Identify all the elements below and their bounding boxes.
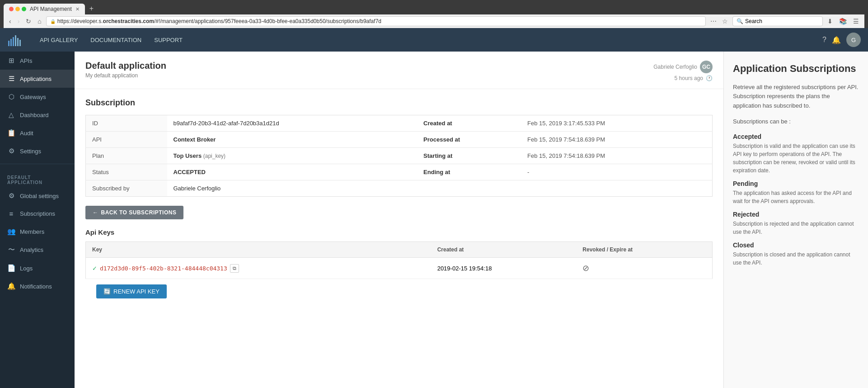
sidebar-item-gateways[interactable]: ⬡ Gateways bbox=[0, 88, 75, 106]
body-area: ⊞ APIs ☰ Applications ⬡ Gateways △ Dashb… bbox=[0, 52, 868, 388]
status-accepted-label: Accepted bbox=[733, 133, 859, 140]
app: API GALLERY DOCUMENTATION SUPPORT ? 🔔 G … bbox=[0, 28, 868, 388]
search-placeholder: Search bbox=[745, 18, 762, 24]
bookmark-icon[interactable]: ☆ bbox=[720, 17, 730, 26]
home-btn[interactable]: ⌂ bbox=[36, 17, 43, 26]
nav-documentation[interactable]: DOCUMENTATION bbox=[85, 34, 147, 46]
back-btn-label: BACK TO SUBSCRIPTIONS bbox=[101, 209, 177, 216]
nav-icons: ? 🔔 G bbox=[822, 33, 861, 47]
value-processed-at: Feb 15, 2019 7:54:18.639 PM bbox=[521, 132, 712, 148]
sidebar-item-dashboard[interactable]: △ Dashboard bbox=[0, 106, 75, 124]
renew-api-key-btn[interactable]: 🔄 RENEW API KEY bbox=[96, 284, 167, 298]
logs-icon: 📄 bbox=[7, 264, 15, 272]
status-rejected-label: Rejected bbox=[733, 211, 859, 218]
sidebar-item-applications[interactable]: ☰ Applications bbox=[0, 70, 75, 88]
panel-description: Retrieve all the registered subscription… bbox=[733, 83, 859, 111]
app-subtitle: My default application bbox=[85, 72, 166, 79]
sidebar-label-notifications: Notifications bbox=[20, 283, 52, 290]
panel-status-closed: Closed Subscription is closed and the ap… bbox=[733, 241, 859, 267]
reload-btn[interactable]: ↻ bbox=[24, 17, 33, 26]
panel-title: Application Subscriptions bbox=[733, 62, 859, 76]
label-ending-at: Ending at bbox=[417, 164, 521, 180]
check-icon: ✓ bbox=[92, 265, 97, 272]
sidebar-item-notifications[interactable]: 🔔 Notifications bbox=[0, 277, 75, 295]
label-api: API bbox=[86, 132, 167, 148]
back-nav-btn[interactable]: ‹ bbox=[7, 17, 13, 26]
global-settings-icon: ⚙ bbox=[7, 192, 15, 200]
sidebar-label-apis: APIs bbox=[20, 57, 32, 64]
sidebar-item-global-settings[interactable]: ⚙ Global settings bbox=[0, 187, 75, 205]
close-window-btn[interactable] bbox=[9, 7, 14, 11]
status-accepted-desc: Subscription is valid and the applicatio… bbox=[733, 142, 859, 175]
app-meta-time: 5 hours ago 🕐 bbox=[653, 75, 713, 81]
help-icon[interactable]: ? bbox=[822, 36, 826, 44]
sidebar-label-analytics: Analytics bbox=[20, 246, 43, 253]
value-ending-at: - bbox=[521, 164, 712, 180]
nav-api-gallery[interactable]: API GALLERY bbox=[34, 34, 83, 46]
browser-toolbar: ‹ › ↻ ⌂ 🔒 https://developer.s.orchestrac… bbox=[4, 14, 864, 28]
renew-btn-label: RENEW API KEY bbox=[113, 288, 160, 295]
sidebar-label-settings: Settings bbox=[20, 148, 41, 155]
table-row: ID b9afaf7d-20b3-41d2-afaf-7d20b3a1d21d … bbox=[86, 115, 713, 132]
sidebar-divider bbox=[0, 164, 75, 164]
panel-statuses-intro: Subscriptions can be : bbox=[733, 117, 859, 127]
app-meta-user: Gabriele Cerfoglio GC bbox=[653, 61, 713, 73]
sidebar-item-subscriptions[interactable]: ≡ Subscriptions bbox=[0, 205, 75, 222]
value-status: ACCEPTED bbox=[167, 164, 418, 180]
table-row: Status ACCEPTED Ending at - bbox=[86, 164, 713, 180]
extensions-icon[interactable]: ⋯ bbox=[708, 17, 718, 26]
key-cell: ✓ d172d3d0-89f5-402b-8321-484448c04313 ⧉ bbox=[86, 258, 431, 279]
library-icon[interactable]: 📚 bbox=[837, 17, 849, 26]
key-revoked: ⊘ bbox=[576, 258, 712, 279]
sidebar-item-members[interactable]: 👥 Members bbox=[0, 222, 75, 241]
panel-status-rejected: Rejected Subscription is rejected and th… bbox=[733, 211, 859, 236]
notifications-bell-icon[interactable]: 🔔 bbox=[832, 36, 841, 44]
table-header-row: Key Created at Revoked / Expire at bbox=[86, 242, 713, 258]
downloads-icon[interactable]: ⬇ bbox=[826, 17, 835, 26]
logo bbox=[7, 32, 23, 48]
tab-close-btn[interactable]: ✕ bbox=[75, 6, 80, 12]
label-starting-at: Starting at bbox=[417, 148, 521, 164]
sidebar-section-label: DEFAULT APPLICATION bbox=[0, 168, 75, 187]
new-tab-btn[interactable]: + bbox=[86, 3, 97, 14]
maximize-window-btn[interactable] bbox=[22, 7, 26, 11]
tab-traffic-lights[interactable] bbox=[9, 7, 26, 11]
empty-right-label bbox=[417, 180, 521, 197]
key-cell-inner: ✓ d172d3d0-89f5-402b-8321-484448c04313 ⧉ bbox=[92, 264, 425, 273]
tab-title: API Management bbox=[30, 6, 72, 12]
settings-icon: ⚙ bbox=[7, 147, 15, 155]
sidebar-item-analytics[interactable]: 〜 Analytics bbox=[0, 241, 75, 259]
user-avatar[interactable]: G bbox=[846, 33, 861, 47]
col-created-at: Created at bbox=[431, 242, 577, 258]
value-plan: Top Users (api_key) bbox=[167, 148, 418, 164]
sidebar-item-settings[interactable]: ⚙ Settings bbox=[0, 142, 75, 160]
dashboard-icon: △ bbox=[7, 111, 15, 119]
copy-key-btn[interactable]: ⧉ bbox=[230, 264, 239, 273]
browser-chrome: API Management ✕ + ‹ › ↻ ⌂ 🔒 https://dev… bbox=[0, 0, 868, 28]
search-bar[interactable]: 🔍 Search bbox=[732, 16, 823, 26]
value-id: b9afaf7d-20b3-41d2-afaf-7d20b3a1d21d bbox=[167, 115, 418, 132]
address-bar[interactable]: 🔒 https://developer.s.orchestracities.co… bbox=[46, 16, 706, 26]
members-icon: 👥 bbox=[7, 227, 15, 236]
revoke-icon[interactable]: ⊘ bbox=[582, 264, 589, 273]
svg-rect-3 bbox=[15, 35, 16, 46]
forward-nav-btn[interactable]: › bbox=[16, 17, 22, 26]
sidebar-item-apis[interactable]: ⊞ APIs bbox=[0, 52, 75, 70]
col-key: Key bbox=[86, 242, 431, 258]
sidebar-item-logs[interactable]: 📄 Logs bbox=[0, 259, 75, 277]
apis-icon: ⊞ bbox=[7, 57, 15, 65]
sidebar-item-audit[interactable]: 📋 Audit bbox=[0, 124, 75, 142]
ssl-lock-icon: 🔒 bbox=[50, 19, 56, 24]
menu-icon[interactable]: ☰ bbox=[851, 17, 861, 26]
time-ago: 5 hours ago bbox=[675, 75, 703, 81]
browser-tabs: API Management ✕ + bbox=[4, 3, 864, 14]
status-pending-desc: The application has asked access for the… bbox=[733, 189, 859, 205]
subscription-section: Subscription ID b9afaf7d-20b3-41d2-afaf-… bbox=[75, 89, 723, 206]
back-to-subscriptions-btn[interactable]: ← BACK TO SUBSCRIPTIONS bbox=[85, 206, 183, 219]
nav-support[interactable]: SUPPORT bbox=[149, 34, 188, 46]
status-pending-label: Pending bbox=[733, 180, 859, 187]
value-created-at: Feb 15, 2019 3:17:45.533 PM bbox=[521, 115, 712, 132]
svg-rect-2 bbox=[13, 37, 14, 46]
active-tab[interactable]: API Management ✕ bbox=[4, 4, 85, 14]
minimize-window-btn[interactable] bbox=[15, 7, 20, 11]
